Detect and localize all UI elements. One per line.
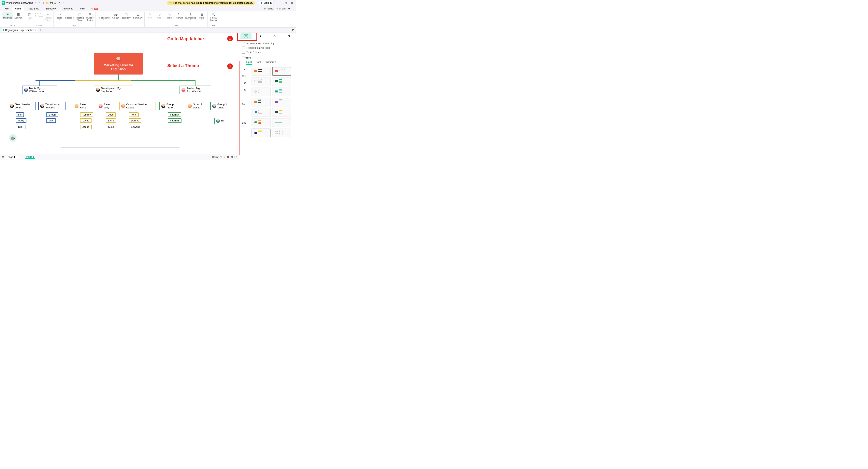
signin-button[interactable]: 👤 Sign In — [258, 1, 274, 5]
page-selector[interactable]: Page-1▾ — [6, 155, 19, 159]
org-dennis[interactable]: Dennis — [129, 118, 141, 123]
picture-button[interactable]: 🖼Picture▾ — [165, 12, 174, 21]
org-cj[interactable]: CJ — [214, 118, 226, 124]
org-dick[interactable]: Dick — [16, 125, 26, 129]
menu-bar: File Home Page Style Slideshow Advanced … — [0, 6, 296, 11]
note-button[interactable]: ✎Note — [146, 12, 154, 19]
redo-icon[interactable]: ↷ — [38, 2, 41, 4]
topic-icon: ▭ — [58, 12, 61, 16]
dropdown-icon[interactable]: ▾ — [62, 2, 64, 4]
collapse-ribbon-icon[interactable]: ⌃ — [292, 7, 294, 10]
org-larry[interactable]: Larry — [106, 118, 116, 123]
multiple-topics-button[interactable]: ⧉Multiple Topics — [85, 12, 94, 22]
org-product[interactable]: Product MgrRon Watson — [180, 86, 211, 94]
paste-button[interactable]: 📋Paste▾ — [26, 12, 34, 21]
menu-home[interactable]: Home — [12, 6, 24, 11]
close-icon[interactable]: ✕ — [289, 2, 294, 4]
org-tony[interactable]: Tony — [129, 112, 139, 117]
find-replace-button[interactable]: 🔍Find & Replace — [209, 12, 218, 22]
org-g3[interactable]: Group 3Dhara — [210, 102, 230, 110]
org-intern-a[interactable]: Intern A — [168, 112, 181, 117]
opt-flexible[interactable]: Flexible Floating Topic — [242, 46, 293, 50]
org-susie[interactable]: Susie — [106, 125, 117, 129]
org-g1[interactable]: Group 1Pratik — [159, 102, 181, 110]
view-icon-1[interactable]: ▦ — [227, 156, 229, 159]
boundary-button[interactable]: ◫Boundary — [121, 12, 131, 19]
formula-button[interactable]: ΣFormula — [174, 12, 184, 19]
mindmap-button[interactable]: ✦MindMap — [2, 12, 13, 19]
org-green[interactable]: Green — [46, 112, 58, 117]
subtopic-button[interactable]: ▭▭Subtopic — [64, 12, 74, 19]
org-cs-caesar[interactable]: Customer ServiceCaesar — [119, 102, 155, 110]
org-iris[interactable]: Iris — [16, 112, 24, 117]
new-tab-button[interactable]: ＋ — [39, 28, 42, 32]
tab-emoji[interactable]: ☺ — [269, 33, 280, 39]
menu-file[interactable]: File — [2, 6, 11, 11]
menu-advanced[interactable]: Advanced — [60, 6, 76, 11]
numbering-button[interactable]: ⒈Numbering▾ — [184, 12, 197, 21]
org-edward[interactable]: Edward — [129, 125, 142, 129]
menu-ai[interactable]: AI Hot — [88, 6, 101, 11]
canvas-area[interactable]: Go to Map tab bar 1 Select a Theme 2 Mar… — [0, 33, 239, 154]
topic-button[interactable]: ▭Topic▾ — [55, 12, 64, 21]
menu-page-style[interactable]: Page Style — [25, 6, 42, 11]
view-icon-2[interactable]: ▤ — [230, 156, 233, 159]
floating-topic-button[interactable]: ▢Floating Topic — [75, 12, 85, 22]
org-tl-severes[interactable]: Team LeaderSeveres — [38, 102, 66, 110]
org-dev[interactable]: Development MgrJay Potter — [94, 86, 133, 94]
panel-toggle-icon[interactable]: ◫ — [292, 29, 294, 32]
publish-button[interactable]: ✈Publish — [264, 7, 274, 10]
new-icon[interactable]: ⊞ — [42, 2, 45, 4]
org-jacob[interactable]: Jacob — [80, 125, 92, 129]
org-tl-john[interactable]: Team LeaderJohn — [8, 102, 35, 110]
share-button[interactable]: ⚘Share — [276, 7, 285, 10]
horizontal-scrollbar[interactable] — [61, 147, 180, 148]
mark-button[interactable]: ⊙Mark — [155, 12, 164, 19]
user-icon: 👤 — [260, 2, 263, 4]
menu-view[interactable]: View — [77, 6, 87, 11]
callout-button[interactable]: 💬Callout — [111, 12, 120, 19]
undo-icon[interactable]: ↶ — [34, 2, 37, 4]
org-root[interactable]: Marketing DirectorLilly Snap — [94, 53, 143, 74]
opt-alignment[interactable]: Alignment With Sibling Topic — [242, 41, 293, 46]
document-tab[interactable]: Organogram ...ap Template ✕ — [2, 28, 38, 32]
org-abby[interactable]: Abby — [16, 118, 26, 123]
opt-overlap[interactable]: Topic Overlap — [242, 50, 293, 55]
org-g2[interactable]: Group 2Litisha — [186, 102, 208, 110]
assistant-fab[interactable]: 🤖 — [9, 134, 16, 141]
copy-button[interactable]: ⿻Copy — [35, 15, 43, 18]
org-sales-joey[interactable]: SalesJoey — [97, 102, 116, 110]
fullscreen-icon[interactable]: ⛶ — [235, 156, 237, 159]
avatar-icon — [116, 57, 121, 62]
export-icon[interactable]: ↗ — [58, 2, 61, 4]
menu-slideshow[interactable]: Slideshow — [43, 6, 59, 11]
minimize-icon[interactable]: — — [277, 2, 282, 4]
print-icon[interactable]: 🖨 — [54, 2, 57, 4]
save-icon[interactable]: 💾 — [50, 2, 53, 4]
page-tab[interactable]: Page-1 — [25, 156, 35, 159]
summary-button[interactable]: ≣Summary — [132, 12, 143, 19]
add-page-button[interactable]: ＋ — [21, 155, 23, 159]
outliner-button[interactable]: ☰Outliner — [13, 12, 23, 19]
relationship-button[interactable]: 〰Relationship▾ — [97, 12, 111, 21]
tab-close-icon[interactable]: ✕ — [35, 29, 37, 32]
org-media[interactable]: Media MgrWilliam John — [22, 86, 57, 94]
outline-toggle-icon[interactable]: ▥ — [2, 156, 4, 159]
avatar-icon — [161, 104, 165, 108]
maximize-icon[interactable]: ▢ — [283, 2, 288, 4]
cut-button[interactable]: ✂Cut — [35, 12, 43, 15]
tab-more[interactable]: ⚙ — [283, 33, 294, 39]
org-sales-harry[interactable]: SalesHarry — [72, 102, 92, 110]
help-icon[interactable]: ?▾ — [287, 7, 290, 10]
more-button[interactable]: ⊞More▾ — [197, 12, 206, 21]
org-intern-b[interactable]: Intern B — [168, 118, 182, 123]
org-leslie[interactable]: Leslie — [80, 118, 92, 123]
format-painter-button[interactable]: 🖌Format Painter — [43, 12, 52, 22]
open-icon[interactable]: 📁 — [46, 2, 49, 4]
org-josh[interactable]: Josh — [106, 112, 116, 117]
group-mode-label: Mode — [2, 25, 23, 27]
org-tommy[interactable]: Tommy — [80, 112, 93, 117]
org-max[interactable]: Max — [46, 118, 56, 123]
trial-banner[interactable]: 🛒 The trial period has expired. Upgrade … — [167, 1, 255, 5]
heart-icon[interactable]: ♥ — [224, 156, 225, 159]
